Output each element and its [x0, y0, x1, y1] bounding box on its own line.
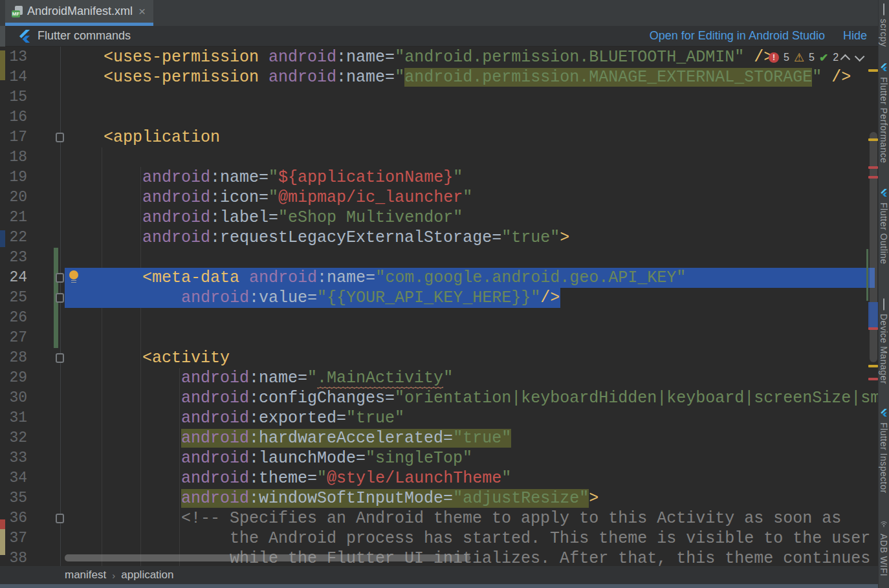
code-text: android:configChanges="orientation|keybo…	[65, 388, 879, 408]
code-text: android:value="{{YOUR_API_KEY_HERE}}"/>	[65, 288, 560, 308]
code-text: <activity	[65, 348, 230, 368]
code-line-24: 24 <meta-data android:name="com.google.a…	[0, 268, 879, 288]
code-text: android:theme="@style/LaunchTheme"	[65, 468, 511, 488]
code-line-18: 18	[0, 147, 879, 168]
vcs-change-marker	[54, 328, 58, 348]
code-text: android:requestLegacyExternalStorage="tr…	[65, 228, 569, 248]
tool-window-button-flutter-outline[interactable]: Flutter Outline	[879, 188, 889, 264]
fold-collapse-icon[interactable]	[56, 133, 64, 142]
code-text: <uses-permission android:name="android.p…	[65, 67, 851, 87]
error-stripe-mark	[868, 378, 878, 380]
ide-window: MF AndroidManifest.xml × Flutter command…	[0, 0, 889, 588]
code-line-23: 23	[0, 248, 879, 268]
line-number: 20	[3, 188, 27, 208]
breadcrumb-application[interactable]: application	[121, 569, 173, 582]
close-icon[interactable]: ×	[138, 5, 146, 19]
code-line-33: 33 android:launchMode="singleTop"	[0, 448, 879, 468]
tab-title: AndroidManifest.xml	[27, 5, 133, 18]
code-line-13: 13 <uses-permission android:name="androi…	[0, 47, 879, 67]
line-number: 31	[3, 408, 27, 428]
code-text: <uses-permission android:name="android.p…	[65, 47, 773, 67]
code-line-29: 29 android:name=".MainActivity"	[0, 368, 879, 388]
line-number: 36	[3, 508, 27, 528]
breadcrumb-manifest[interactable]: manifest	[65, 569, 106, 582]
code-line-21: 21 android:label="eShop Multivendor"	[0, 208, 879, 228]
window-edge-artifact	[0, 529, 5, 555]
fold-collapse-icon[interactable]	[56, 273, 64, 283]
line-number: 16	[3, 107, 27, 127]
code-text: android:hardwareAccelerated="true"	[65, 428, 511, 448]
line-number: 18	[3, 147, 27, 168]
window-edge-artifact	[0, 50, 5, 80]
code-line-15: 15	[0, 87, 879, 107]
line-number: 26	[3, 308, 27, 328]
code-line-32: 32 android:hardwareAccelerated="true"	[0, 428, 879, 448]
tab-androidmanifest[interactable]: MF AndroidManifest.xml ×	[5, 0, 153, 23]
inspections-widget[interactable]: ! 5 ⚠ 5 ✔ 2	[769, 50, 862, 65]
tool-window-button-device-manager[interactable]: Device Manager	[879, 299, 889, 384]
code-text: android:windowSoftInputMode="adjustResiz…	[65, 488, 598, 508]
window-edge-artifact	[0, 26, 5, 47]
code-line-31: 31 android:exported="true"	[0, 408, 879, 428]
code-text: android:launchMode="singleTop"	[65, 448, 472, 468]
code-line-35: 35 android:windowSoftInputMode="adjustRe…	[0, 488, 879, 508]
breadcrumb: manifest › application	[0, 566, 889, 584]
tool-window-button-flutter-performance[interactable]: Flutter Performance	[879, 62, 889, 163]
code-line-36: 36 <!-- Specifies an Android theme to ap…	[0, 508, 879, 528]
line-number: 29	[3, 368, 27, 388]
error-stripe-mark	[868, 365, 878, 367]
code-line-14: 14 <uses-permission android:name="androi…	[0, 67, 879, 87]
previous-problem-icon[interactable]	[840, 54, 851, 64]
tool-window-button-adb-wifi[interactable]: ADB WIFI	[879, 519, 889, 576]
error-stripe-mark	[868, 176, 878, 179]
flutter-commands-banner: Flutter commands Open for Editing in And…	[0, 26, 889, 47]
line-number: 22	[3, 228, 27, 248]
fold-collapse-icon[interactable]	[56, 353, 64, 363]
code-text: android:name="${applicationName}"	[65, 168, 463, 188]
code-text: android:exported="true"	[65, 408, 404, 428]
code-editor[interactable]: 13 <uses-permission android:name="androi…	[0, 47, 879, 566]
error-count: 5	[784, 52, 789, 63]
status-bar-edge	[0, 584, 889, 588]
line-number: 34	[3, 468, 27, 488]
line-number: 28	[3, 348, 27, 368]
right-tool-window-bar: scrcpyFlutter PerformanceFlutter Outline…	[878, 0, 889, 588]
line-number: 14	[3, 67, 27, 87]
tool-window-button-flutter-inspector[interactable]: Flutter Inspector	[879, 408, 889, 494]
line-number: 35	[3, 488, 27, 508]
fold-expand-icon[interactable]	[56, 293, 64, 303]
typo-check-icon: ✔	[819, 51, 828, 65]
chevron-right-icon: ›	[112, 570, 115, 581]
line-number: 25	[3, 288, 27, 308]
horizontal-scrollbar[interactable]	[65, 554, 470, 561]
line-number: 19	[3, 168, 27, 188]
tool-window-label: Flutter Performance	[879, 77, 889, 163]
error-stripe-mark	[868, 166, 878, 169]
code-text: android:label="eShop Multivendor"	[65, 208, 463, 228]
code-text: android:name=".MainActivity"	[65, 368, 453, 388]
flutter-icon	[18, 30, 31, 43]
warning-icon: ⚠	[794, 52, 804, 63]
vcs-change-marker	[54, 308, 58, 328]
tool-window-label: Flutter Outline	[879, 202, 889, 264]
tool-window-button-scrcpy[interactable]: scrcpy	[879, 4, 889, 47]
fold-collapse-icon[interactable]	[56, 514, 64, 523]
line-number: 13	[3, 47, 27, 67]
code-text: <application	[65, 127, 220, 147]
line-number: 21	[3, 208, 27, 228]
line-number: 33	[3, 448, 27, 468]
code-line-30: 30 android:configChanges="orientation|ke…	[0, 388, 879, 408]
wifi-icon	[880, 519, 888, 530]
code-line-34: 34 android:theme="@style/LaunchTheme"	[0, 468, 879, 488]
code-line-28: 28 <activity	[0, 348, 879, 368]
error-stripe-mark	[868, 138, 878, 141]
flutter-icon	[880, 408, 888, 419]
code-text: the Android process has started. This th…	[65, 528, 870, 549]
code-line-19: 19 android:name="${applicationName}"	[0, 168, 879, 188]
open-in-android-studio-link[interactable]: Open for Editing in Android Studio	[650, 29, 825, 43]
code-line-22: 22 android:requestLegacyExternalStorage=…	[0, 228, 879, 248]
flutter-icon	[880, 62, 888, 74]
code-line-16: 16	[0, 107, 879, 127]
hide-banner-link[interactable]: Hide	[843, 29, 867, 43]
code-line-20: 20 android:icon="@mipmap/ic_launcher"	[0, 188, 879, 208]
